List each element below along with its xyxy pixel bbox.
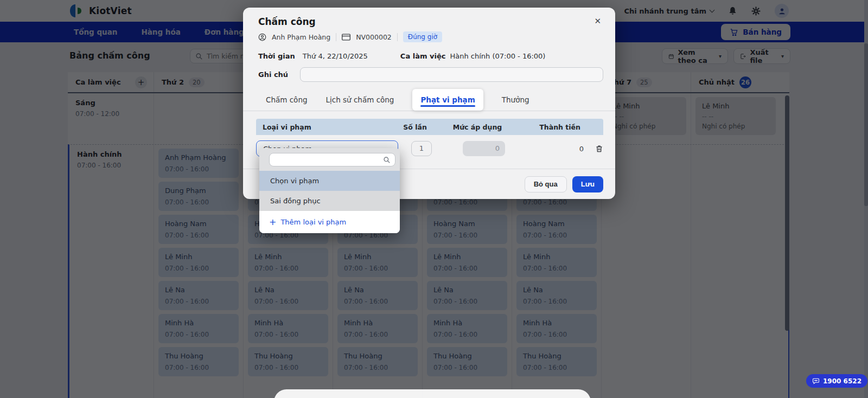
status-badge: Đúng giờ — [403, 31, 442, 42]
col-count: Số lần — [396, 123, 434, 131]
modal-title: Chấm công — [258, 16, 316, 27]
shift-label: Ca làm việc — [400, 52, 446, 60]
person-circle-icon — [258, 33, 266, 41]
plus-icon: + — [269, 218, 276, 227]
dropdown-option[interactable]: Chọn vi phạm — [259, 171, 400, 191]
time-label: Thời gian — [258, 52, 295, 60]
col-rate: Mức áp dụng — [434, 123, 521, 131]
col-total: Thành tiền — [521, 123, 580, 131]
violation-total-value: 0 — [527, 145, 587, 153]
divider — [336, 33, 336, 41]
delete-row-button[interactable] — [587, 144, 603, 153]
violation-dropdown-panel: Chọn vi phạmSai đồng phục + Thêm loại vi… — [259, 148, 400, 233]
tab-2[interactable]: Lịch sử chấm công — [326, 95, 394, 104]
note-label: Ghi chú — [258, 70, 288, 79]
status-legend: Đúng giờĐi muộn / Về sớmChấm công thiếuC… — [274, 389, 591, 398]
violation-count-input[interactable]: 1 — [411, 141, 432, 156]
divider — [397, 33, 398, 41]
note-input[interactable] — [300, 67, 603, 82]
close-icon[interactable]: ✕ — [592, 16, 603, 27]
support-phone-number: 1900 6522 — [823, 377, 861, 385]
employee-name: Anh Phạm Hoàng — [272, 33, 330, 41]
time-value: Thứ 4, 22/10/2025 — [303, 52, 368, 60]
cancel-button[interactable]: Bỏ qua — [525, 176, 567, 192]
support-phone-badge[interactable]: 1900 6522 — [806, 374, 867, 388]
dropdown-option[interactable]: Sai đồng phục — [259, 191, 400, 211]
add-violation-type-option[interactable]: + Thêm loại vi phạm — [259, 211, 400, 233]
employee-code: NV000002 — [356, 33, 392, 41]
dropdown-search[interactable] — [269, 153, 395, 166]
save-button[interactable]: Lưu — [572, 176, 603, 192]
violation-table-header: Loại vi phạm Số lần Mức áp dụng Thành ti… — [256, 119, 603, 135]
tab-1[interactable]: Chấm công — [266, 95, 308, 104]
violation-rate-input[interactable]: 0 — [463, 141, 505, 156]
tab-4[interactable]: Thưởng — [502, 95, 529, 104]
trash-icon — [595, 144, 603, 153]
dropdown-search-input[interactable] — [274, 156, 383, 164]
id-card-icon — [342, 34, 350, 41]
modal-tabs: Chấm côngLịch sử chấm côngPhạt vi phạmTh… — [243, 88, 615, 111]
col-violation-type: Loại vi phạm — [263, 123, 396, 131]
search-icon — [383, 156, 391, 164]
shift-value: Hành chính (07:00 - 16:00) — [450, 52, 545, 60]
app-screen: KiotViet Tiếng Việt Chi nhánh trung tâm — [0, 0, 868, 398]
chat-icon — [812, 377, 820, 384]
tab-3[interactable]: Phạt vi phạm — [412, 89, 483, 111]
